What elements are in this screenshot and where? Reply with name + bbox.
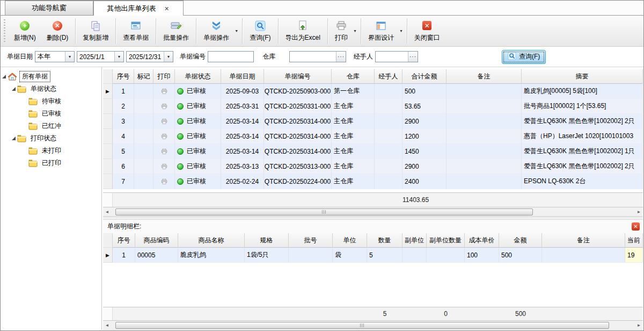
view-doc-button[interactable]: 查看单据 — [118, 17, 154, 45]
tab-nav-label: 功能导航窗 — [32, 3, 67, 13]
scroll-left-arrow-icon[interactable]: ◄ — [103, 210, 111, 214]
status-dot-icon — [177, 103, 184, 110]
table-row[interactable]: ▶ 1 已审核 2025-09-03 QTCKD-20250903-000 第一… — [103, 84, 643, 99]
date-preset-combo[interactable]: 本年 ▼ — [35, 51, 75, 62]
doc-ops-icon — [210, 20, 222, 32]
expand-triangle-icon[interactable] — [1, 74, 8, 79]
main-hscrollbar[interactable]: ◄ ► — [103, 207, 643, 217]
dcol-header-seq[interactable]: 序号 — [113, 233, 135, 248]
detail-table-header: 序号 商品编码 商品名称 规格 批号 单位 数量 副单位 副单位数量 成本单价 … — [103, 233, 643, 248]
tab-other-outbound-list[interactable]: 其他出库单列表 × — [93, 1, 184, 16]
toolbar-separator — [115, 18, 116, 44]
table-row[interactable]: 5 已审核 2025-03-14 QTCKD-20250314-000 主仓库 … — [103, 144, 643, 159]
col-header-remark[interactable]: 备注 — [447, 69, 522, 84]
ui-design-dropdown-caret[interactable]: ▼ — [399, 29, 403, 33]
add-button[interactable]: + 新增(N) — [9, 17, 41, 45]
batch-ops-icon — [170, 20, 182, 32]
tree-item-audited[interactable]: 已审核 — [1, 107, 101, 120]
search-icon — [508, 52, 516, 62]
status-badge: 已审核 — [187, 177, 206, 186]
dcol-header-batch[interactable]: 批号 — [289, 233, 333, 248]
batch-ops-button[interactable]: 批量操作 — [158, 17, 194, 45]
scroll-left-arrow-icon[interactable]: ◄ — [103, 323, 111, 328]
col-header-summary[interactable]: 摘要 — [522, 69, 643, 84]
scroll-thumb[interactable] — [115, 208, 533, 215]
main-table-header: 序号 标记 打印 单据状态 单据日期 单据编号 仓库 经手人 合计金额 备注 摘… — [103, 69, 643, 84]
status-dot-icon — [177, 178, 184, 185]
tab-close-icon[interactable]: × — [163, 5, 170, 12]
delete-button[interactable]: ✕ 删除(D) — [41, 17, 74, 45]
col-header-warehouse[interactable]: 仓库 — [332, 69, 375, 84]
tree-item-reversed[interactable]: 已红冲 — [1, 120, 101, 132]
detail-table-row[interactable]: ▶ 1 00005 脆皮乳鸽 1袋/5只 袋 5 100 500 19 — [103, 248, 643, 263]
ui-design-button[interactable]: 界面设计 ▼ — [363, 17, 405, 45]
dcol-header-item-name[interactable]: 商品名称 — [178, 233, 245, 248]
col-header-date[interactable]: 单据日期 — [221, 69, 264, 84]
expand-triangle-icon[interactable] — [10, 136, 17, 141]
query-button[interactable]: 查询(F) — [244, 17, 276, 45]
ui-design-icon — [375, 20, 387, 32]
tree-root-all-docs[interactable]: 所有单据 — [1, 70, 101, 83]
dcol-header-cost-price[interactable]: 成本单价 — [465, 233, 499, 248]
table-row[interactable]: 3 已审核 2025-03-14 QTCKD-20250314-000 主仓库 … — [103, 114, 643, 129]
code-filter-input[interactable] — [208, 51, 254, 62]
dcol-header-qty[interactable]: 数量 — [367, 233, 402, 248]
print-button[interactable]: 打印 ▼ — [330, 17, 359, 45]
expand-triangle-icon[interactable] — [10, 87, 17, 91]
doc-ops-dropdown-caret[interactable]: ▼ — [235, 29, 238, 33]
dcol-header-sub-qty[interactable]: 副单位数量 — [427, 233, 465, 248]
tree-group-print-status[interactable]: 打印状态 — [1, 132, 101, 145]
query-submit-button[interactable]: 查询(F) — [502, 50, 546, 64]
detail-panel-title: 单据明细栏: — [107, 222, 141, 231]
chevron-down-icon[interactable]: ▼ — [65, 52, 74, 62]
col-header-mark[interactable]: 标记 — [134, 69, 153, 84]
dcol-header-remark[interactable]: 备注 — [542, 233, 625, 248]
tree-item-pending-audit[interactable]: 待审核 — [1, 95, 101, 107]
filter-bar: 单据日期 本年 ▼ 2025/1/1 ▼ 2025/12/31 ▼ 单据编号 仓… — [1, 47, 643, 67]
dcol-header-sub-unit[interactable]: 副单位 — [402, 233, 427, 248]
date-from-combo[interactable]: 2025/1/1 ▼ — [77, 51, 124, 62]
tab-nav-window[interactable]: 功能导航窗 — [5, 1, 93, 15]
col-header-print[interactable]: 打印 — [153, 69, 175, 84]
scroll-thumb[interactable] — [115, 322, 609, 329]
scroll-right-arrow-icon[interactable]: ► — [635, 323, 643, 328]
dcol-header-stock[interactable]: 当前 — [625, 233, 643, 248]
tree-item-printed[interactable]: 已打印 — [1, 157, 101, 169]
dcol-header-amount[interactable]: 金额 — [499, 233, 542, 248]
row-indicator-header — [103, 69, 113, 84]
print-dropdown-caret[interactable]: ▼ — [353, 29, 357, 33]
chevron-down-icon[interactable]: ▼ — [164, 52, 173, 62]
dcol-header-unit[interactable]: 单位 — [333, 233, 367, 248]
copy-new-button[interactable]: 复制新增 — [77, 17, 114, 45]
detail-close-icon[interactable]: ✕ — [632, 222, 640, 231]
chevron-down-icon[interactable]: ▼ — [114, 52, 123, 62]
tree-group-doc-status[interactable]: 单据状态 — [1, 83, 101, 95]
doc-ops-button[interactable]: 单据操作 ▼ — [198, 17, 240, 45]
table-row[interactable]: 7 已审核 2025-02-24 QTCKD-20250224-000 主仓库 … — [103, 174, 643, 189]
export-excel-button[interactable]: 导出为Excel — [280, 17, 326, 45]
table-row[interactable]: 2 已审核 2025-03-31 QTCKD-20250331-000 主仓库 … — [103, 99, 643, 114]
table-row[interactable]: 4 已审核 2025-03-14 QTCKD-20250314-000 主仓库 … — [103, 129, 643, 144]
ellipsis-picker-icon[interactable]: ··· — [408, 52, 418, 62]
col-header-agent[interactable]: 经手人 — [375, 69, 402, 84]
scroll-right-arrow-icon[interactable]: ► — [635, 210, 643, 214]
folder-icon — [17, 135, 26, 142]
ellipsis-picker-icon[interactable]: ··· — [336, 52, 346, 62]
col-header-amount[interactable]: 合计金额 — [402, 69, 447, 84]
dcol-header-item-code[interactable]: 商品编码 — [135, 233, 178, 248]
tree-item-not-printed[interactable]: 未打印 — [1, 145, 101, 157]
date-to-combo[interactable]: 2025/12/31 ▼ — [126, 51, 173, 62]
agent-filter-input[interactable]: ··· — [375, 51, 418, 62]
view-doc-icon — [130, 20, 142, 32]
detail-hscrollbar[interactable]: ◄ ► — [103, 321, 643, 330]
warehouse-filter-label: 仓库 — [262, 52, 275, 61]
warehouse-filter-input[interactable]: ··· — [289, 51, 346, 62]
col-header-code[interactable]: 单据编号 — [264, 69, 332, 84]
table-row[interactable]: 6 已审核 2025-03-13 QTCKD-20250313-000 主仓库 … — [103, 159, 643, 174]
col-header-status[interactable]: 单据状态 — [175, 69, 221, 84]
dcol-header-spec[interactable]: 规格 — [245, 233, 289, 248]
detail-sum-row: 5 0 500 — [103, 307, 643, 321]
col-header-seq[interactable]: 序号 — [113, 69, 134, 84]
status-badge: 已审核 — [187, 117, 206, 126]
close-window-button[interactable]: ✕ 关闭窗口 — [409, 17, 445, 45]
